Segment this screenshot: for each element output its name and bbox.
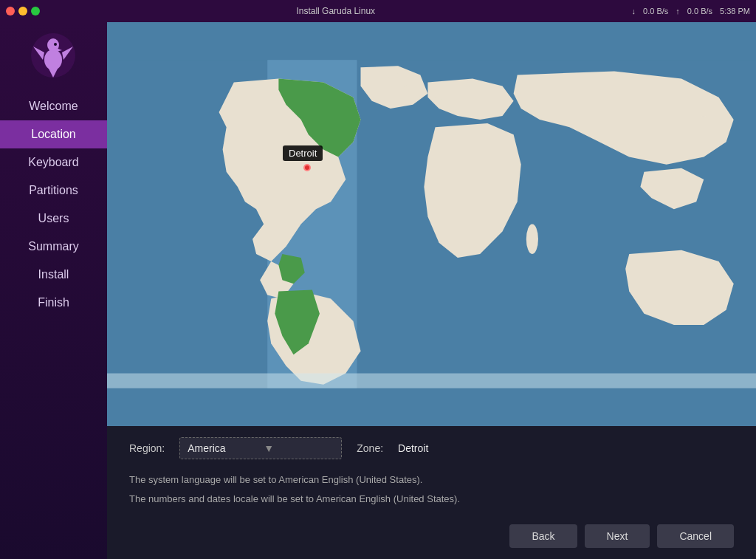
back-button[interactable]: Back bbox=[509, 524, 577, 548]
region-zone-row: Region: America ▼ Zone: Detroit bbox=[129, 437, 734, 459]
cancel-button[interactable]: Cancel bbox=[657, 524, 734, 548]
sidebar-item-partitions[interactable]: Partitions bbox=[0, 176, 107, 205]
sidebar-item-install[interactable]: Install bbox=[0, 261, 107, 289]
titlebar: Install Garuda Linux ↓ 0.0 B/s ↑ 0.0 B/s… bbox=[0, 0, 756, 22]
app-logo bbox=[28, 30, 80, 81]
region-value: America bbox=[188, 442, 258, 454]
svg-point-3 bbox=[44, 49, 62, 70]
content-area: Detroit Region: America ▼ Zone: Detroit … bbox=[107, 22, 756, 559]
zone-value: Detroit bbox=[398, 442, 428, 454]
svg-point-7 bbox=[54, 43, 57, 46]
svg-rect-14 bbox=[107, 374, 756, 388]
sidebar-item-welcome[interactable]: Welcome bbox=[0, 92, 107, 120]
window-controls bbox=[6, 7, 40, 16]
sidebar-item-keyboard[interactable]: Keyboard bbox=[0, 148, 107, 176]
clock: 5:38 PM bbox=[720, 7, 750, 16]
maximize-button[interactable] bbox=[31, 7, 40, 16]
download-speed: 0.0 B/s bbox=[643, 7, 668, 16]
map-container[interactable]: Detroit bbox=[107, 22, 756, 426]
download-icon: ↓ bbox=[632, 7, 636, 16]
window-title: Install Garuda Linux bbox=[46, 6, 626, 16]
minimize-button[interactable] bbox=[18, 7, 27, 16]
next-button[interactable]: Next bbox=[585, 524, 650, 548]
upload-speed: 0.0 B/s bbox=[687, 7, 712, 16]
sidebar-item-users[interactable]: Users bbox=[0, 205, 107, 233]
region-dropdown[interactable]: America ▼ bbox=[179, 437, 342, 459]
sidebar-item-location[interactable]: Location bbox=[0, 120, 107, 148]
close-button[interactable] bbox=[6, 7, 15, 16]
info-text-1: The system language will be set to Ameri… bbox=[129, 473, 734, 487]
titlebar-status: ↓ 0.0 B/s ↑ 0.0 B/s 5:38 PM bbox=[632, 7, 750, 16]
upload-icon: ↑ bbox=[676, 7, 680, 16]
world-map[interactable] bbox=[107, 22, 756, 426]
svg-point-13 bbox=[526, 224, 538, 254]
svg-point-10 bbox=[695, 116, 712, 154]
detroit-marker: Detroit bbox=[290, 166, 330, 182]
detroit-label: Detroit bbox=[283, 145, 323, 161]
info-text-2: The numbers and dates locale will be set… bbox=[129, 492, 734, 507]
buttons-row: Back Next Cancel bbox=[129, 517, 734, 548]
sidebar-item-summary[interactable]: Summary bbox=[0, 233, 107, 261]
zone-label: Zone: bbox=[357, 442, 383, 454]
bottom-panel: Region: America ▼ Zone: Detroit The syst… bbox=[107, 426, 756, 559]
sidebar: Welcome Location Keyboard Partitions Use… bbox=[0, 22, 107, 559]
main-layout: Welcome Location Keyboard Partitions Use… bbox=[0, 22, 756, 559]
svg-point-11 bbox=[387, 73, 409, 88]
sidebar-item-finish[interactable]: Finish bbox=[0, 289, 107, 317]
svg-point-12 bbox=[433, 83, 445, 100]
region-label: Region: bbox=[129, 442, 165, 454]
sidebar-nav: Welcome Location Keyboard Partitions Use… bbox=[0, 92, 107, 317]
detroit-dot bbox=[303, 164, 311, 171]
chevron-down-icon: ▼ bbox=[264, 442, 334, 454]
